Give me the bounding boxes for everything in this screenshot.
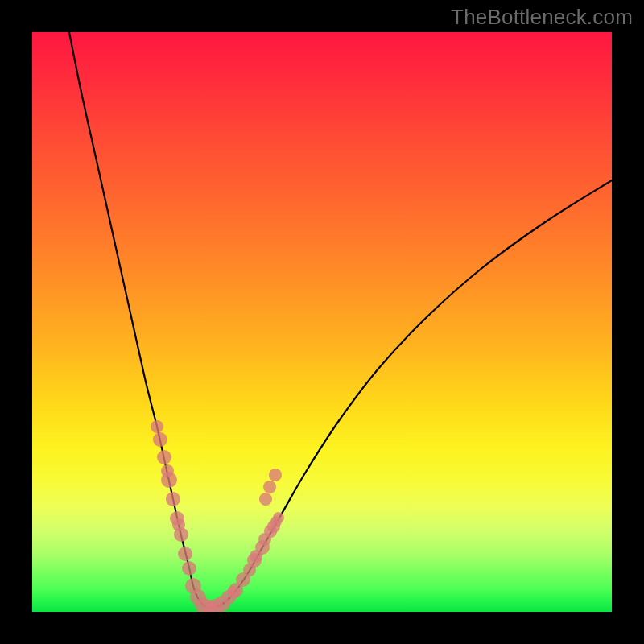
data-dot [243,564,256,576]
bottleneck-curve [68,24,612,608]
data-dot [227,586,240,599]
data-dot [250,550,262,563]
data-dot [258,533,271,546]
data-dot [269,469,282,481]
data-dot [172,518,185,531]
data-dot [153,432,167,447]
data-dot [273,512,284,523]
plot-area [32,32,612,612]
data-dot [161,464,174,477]
data-dot [178,547,192,561]
data-dot [182,561,196,576]
data-dot [151,420,163,433]
chart-frame: TheBottleneck.com [0,0,644,644]
data-dot [166,492,180,506]
data-dot [205,602,217,613]
data-dots [151,420,284,616]
data-dot [157,450,171,464]
watermark-text: TheBottleneck.com [451,5,633,30]
data-dot [263,481,276,493]
data-dot [259,493,272,506]
curve-svg [32,32,612,612]
